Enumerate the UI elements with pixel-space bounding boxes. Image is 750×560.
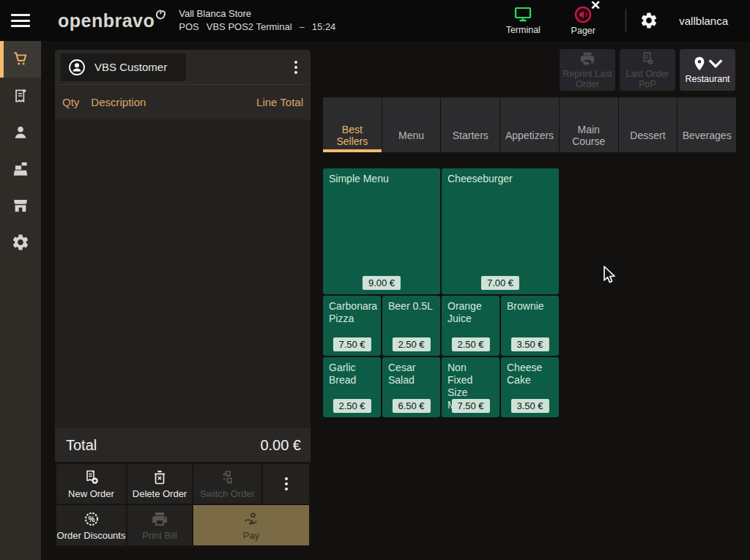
product-tile-beer[interactable]: Beer 0.5L 2.50 € [382, 296, 440, 356]
new-order-button[interactable]: New Order [56, 464, 126, 504]
tab-menu[interactable]: Menu [382, 97, 441, 152]
order-table-header: Qty Description Line Total [55, 84, 311, 119]
person-icon [11, 123, 30, 142]
order-discounts-button[interactable]: % Order Discounts [56, 505, 126, 545]
product-tile-brownie[interactable]: Brownie 3.50 € [501, 296, 559, 356]
username[interactable]: vallblanca [679, 15, 728, 27]
last-order-pop-button[interactable]: $ Last Order PoP [620, 49, 675, 91]
hamburger-menu-icon[interactable] [11, 14, 30, 27]
sidebar-item-sales[interactable] [0, 41, 41, 78]
order-lines-list[interactable] [55, 119, 311, 428]
pay-button[interactable]: Pay [193, 505, 309, 545]
tab-starters[interactable]: Starters [441, 97, 500, 152]
price-badge: 7.50 € [333, 337, 371, 351]
tab-dessert[interactable]: Dessert [619, 97, 677, 152]
price-badge: 2.50 € [392, 337, 430, 351]
reprint-printer-icon [579, 51, 595, 67]
customer-name: VBS Customer [94, 61, 167, 73]
gear-icon [11, 233, 30, 252]
product-tile-cesar-salad[interactable]: Cesar Salad 6.50 € [382, 357, 440, 417]
header-divider [625, 9, 626, 32]
product-tile-cheeseburger[interactable]: Cheeseburger 7.00 € [442, 168, 559, 294]
product-tile-orange-juice[interactable]: Orange Juice 2.50 € [442, 296, 500, 356]
price-badge: 7.00 € [481, 276, 519, 290]
clock: 15:24 [312, 20, 336, 34]
order-actions: New Order Delete Order Switch Order [55, 462, 311, 548]
price-badge: 3.50 € [510, 399, 549, 413]
delete-order-button[interactable]: Delete Order [127, 464, 192, 504]
tab-beverages[interactable]: Beverages [677, 97, 736, 152]
price-badge: 6.50 € [392, 399, 430, 413]
tab-main-course[interactable]: Main Course [560, 97, 618, 152]
price-badge: 9.00 € [363, 276, 401, 290]
discount-badge-icon: % [83, 510, 100, 528]
terminal-info: Vall Blanca Store POS VBS POS2 Terminal … [179, 7, 335, 34]
customer-avatar-icon [68, 59, 86, 76]
app-label: POS [179, 20, 198, 34]
pager-button[interactable]: ✕ Pager [557, 0, 609, 41]
receipt-check-icon: $ [639, 51, 656, 67]
product-tile-garlic-bread[interactable]: Garlic Bread 2.50 € [323, 357, 381, 417]
tab-best-sellers[interactable]: Best Sellers [323, 97, 382, 152]
total-label: Total [66, 437, 97, 454]
order-menu-kebab-icon[interactable] [290, 56, 302, 78]
reprint-last-order-button[interactable]: Reprint Last Order [560, 49, 615, 91]
customer-selector[interactable]: VBS Customer [61, 53, 186, 81]
product-tile-non-fixed-size-menu[interactable]: Non Fixed Size Menu 7.50 € [442, 357, 500, 417]
print-bill-button[interactable]: Print Bill [127, 505, 192, 545]
svg-text:$: $ [645, 53, 648, 60]
terminal-status-button[interactable]: Terminal [497, 0, 549, 41]
logo-spiral-icon [155, 10, 166, 20]
column-description: Description [91, 96, 146, 108]
column-line-total: Line Total [256, 96, 303, 108]
logo-wordmark: openbravo [58, 8, 155, 33]
sidebar-item-customers[interactable] [0, 114, 41, 151]
monitor-icon [513, 6, 532, 23]
trash-icon [151, 468, 168, 486]
terminal-name: VBS POS2 Terminal [207, 20, 292, 34]
product-tile-simple-menu[interactable]: Simple Menu 9.00 € [323, 168, 440, 294]
sidebar-item-receipts[interactable] [0, 78, 41, 114]
top-actions: Reprint Last Order $ Last Order PoP Rest… [560, 49, 735, 91]
receipt-icon [11, 86, 30, 105]
restaurant-selector-button[interactable]: Restaurant [680, 49, 735, 91]
new-order-icon [83, 468, 100, 486]
more-actions-kebab-icon[interactable] [263, 464, 309, 504]
settings-gear-icon[interactable] [639, 11, 658, 30]
price-badge: 2.50 € [451, 337, 489, 351]
product-tile-cheese-cake[interactable]: Cheese Cake 3.50 € [501, 357, 559, 417]
pay-hand-coin-icon [242, 510, 260, 528]
openbravo-logo: openbravo [58, 8, 166, 33]
order-panel: VBS Customer Qty Description Line Total … [55, 50, 311, 548]
left-sidebar [0, 41, 41, 560]
store-icon [11, 196, 30, 215]
switch-order-button[interactable]: Switch Order [193, 464, 261, 504]
category-tabs: Best Sellers Menu Starters Appetizers Ma… [323, 97, 736, 152]
product-grid: Simple Menu 9.00 € Cheeseburger 7.00 € C… [323, 168, 559, 417]
mouse-cursor-icon [602, 265, 617, 285]
switch-order-icon [219, 468, 237, 486]
product-tile-carbonara-pizza[interactable]: Carbonara Pizza 7.50 € [323, 296, 381, 356]
chevron-down-icon [708, 56, 724, 72]
tab-appetizers[interactable]: Appetizers [500, 97, 559, 152]
sidebar-item-settings[interactable] [0, 224, 41, 261]
cart-icon [11, 50, 30, 69]
store-name: Vall Blanca Store [179, 7, 335, 20]
price-badge: 2.50 € [333, 399, 371, 413]
location-pin-icon [691, 56, 708, 72]
cash-register-icon [11, 160, 30, 179]
customer-bar: VBS Customer [55, 50, 311, 84]
total-bar: Total 0.00 € [55, 428, 311, 462]
app-header: openbravo Vall Blanca Store POS VBS POS2… [0, 0, 750, 41]
total-value: 0.00 € [260, 437, 301, 454]
svg-text:%: % [88, 515, 94, 523]
column-qty: Qty [62, 96, 79, 108]
price-badge: 3.50 € [510, 337, 549, 351]
sidebar-item-cash-management[interactable] [0, 151, 41, 187]
close-icon[interactable]: ✕ [590, 0, 601, 12]
printer-icon [151, 510, 168, 528]
sidebar-item-store[interactable] [0, 187, 41, 224]
price-badge: 7.50 € [451, 399, 489, 413]
